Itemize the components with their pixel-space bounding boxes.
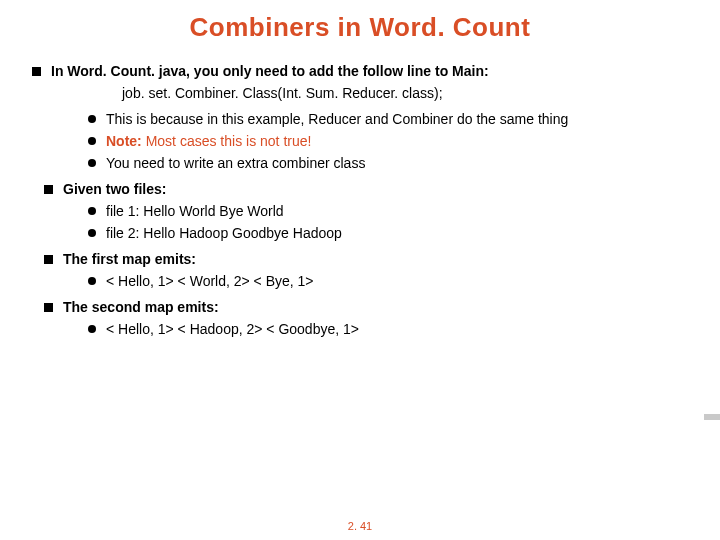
subbullet-note: Note: Most cases this is not true! (88, 133, 690, 149)
bullet-intro-text: In Word. Count. java, you only need to a… (51, 63, 489, 79)
bullet-intro: In Word. Count. java, you only need to a… (32, 63, 690, 79)
page-number: 2. 41 (348, 520, 372, 532)
subbullet-map2-output: < Hello, 1> < Hadoop, 2> < Goodbye, 1> (88, 321, 690, 337)
slide-title: Combiners in Word. Count (30, 12, 690, 43)
code-line: job. set. Combiner. Class(Int. Sum. Redu… (122, 85, 690, 101)
side-marker (704, 414, 720, 420)
file1-text: file 1: Hello World Bye World (106, 203, 284, 219)
file2-text: file 2: Hello Hadoop Goodbye Hadoop (106, 225, 342, 241)
subbullet-extra-text: You need to write an extra combiner clas… (106, 155, 365, 171)
subbullet-extra-class: You need to write an extra combiner clas… (88, 155, 690, 171)
map1-output-text: < Hello, 1> < World, 2> < Bye, 1> (106, 273, 314, 289)
square-bullet-icon (44, 185, 53, 194)
subbullet-file1: file 1: Hello World Bye World (88, 203, 690, 219)
subbullet-note-text: Note: Most cases this is not true! (106, 133, 311, 149)
subbullet-file2: file 2: Hello Hadoop Goodbye Hadoop (88, 225, 690, 241)
square-bullet-icon (32, 67, 41, 76)
bullet-first-map: The first map emits: (44, 251, 690, 267)
square-bullet-icon (44, 303, 53, 312)
bullet-second-map: The second map emits: (44, 299, 690, 315)
dot-bullet-icon (88, 207, 96, 215)
bullet-second-map-text: The second map emits: (63, 299, 219, 315)
map2-output-text: < Hello, 1> < Hadoop, 2> < Goodbye, 1> (106, 321, 359, 337)
note-label: Note: (106, 133, 142, 149)
slide: Combiners in Word. Count In Word. Count.… (0, 0, 720, 351)
dot-bullet-icon (88, 137, 96, 145)
dot-bullet-icon (88, 229, 96, 237)
dot-bullet-icon (88, 115, 96, 123)
dot-bullet-icon (88, 325, 96, 333)
dot-bullet-icon (88, 277, 96, 285)
subbullet-reason: This is because in this example, Reducer… (88, 111, 690, 127)
subbullet-map1-output: < Hello, 1> < World, 2> < Bye, 1> (88, 273, 690, 289)
bullet-given-files-text: Given two files: (63, 181, 166, 197)
note-rest: Most cases this is not true! (142, 133, 312, 149)
bullet-given-files: Given two files: (44, 181, 690, 197)
square-bullet-icon (44, 255, 53, 264)
bullet-first-map-text: The first map emits: (63, 251, 196, 267)
subbullet-reason-text: This is because in this example, Reducer… (106, 111, 568, 127)
dot-bullet-icon (88, 159, 96, 167)
